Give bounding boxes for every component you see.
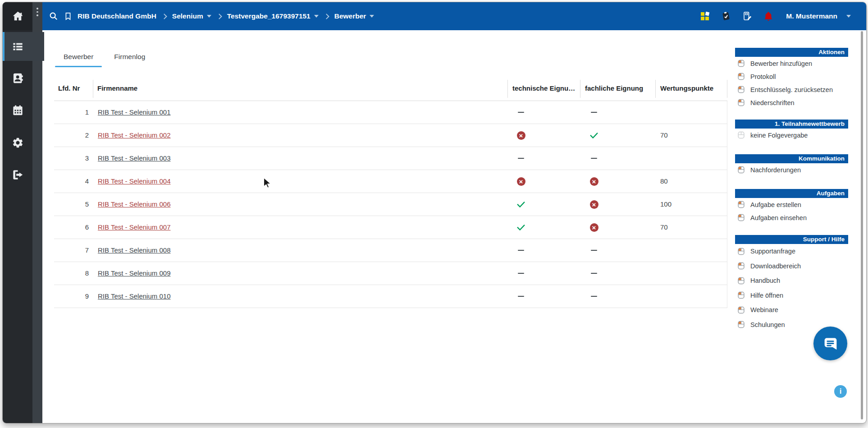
mouse-icon — [737, 214, 745, 221]
panel-section-teilnahmewettbewerb: 1. Teilnahmewettbewerb keine Folgevergab… — [735, 120, 848, 142]
table-row: 4 RIB Test - Selenium 004 × × 80 — [54, 170, 727, 193]
column-divider — [580, 80, 580, 98]
vertical-scrollbar[interactable] — [861, 31, 863, 419]
panel-section-kommunikation: Kommunikation Nachforderungen — [735, 154, 848, 176]
professional-eligibility-status: × — [585, 170, 603, 193]
action-nachforderungen[interactable]: Nachforderungen — [735, 163, 848, 176]
action-keine-folgevergabe: keine Folgevergabe — [735, 129, 848, 142]
action-hilfe-oeffnen[interactable]: Hilfe öffnen — [735, 288, 848, 303]
mouse-icon — [737, 248, 745, 255]
table-row: 5 RIB Test - Selenium 006 × × 100 — [54, 193, 727, 216]
company-link[interactable]: RIB Test - Selenium 007 — [98, 223, 170, 231]
row-number: 5 — [68, 200, 89, 208]
sidebar-item-calendar[interactable] — [3, 96, 42, 124]
chat-bubble-icon — [821, 334, 840, 353]
breadcrumb-item-project[interactable]: Selenium — [172, 12, 203, 20]
company-link[interactable]: RIB Test - Selenium 010 — [98, 292, 170, 300]
chevron-down-icon[interactable] — [846, 15, 851, 18]
document-edit-icon[interactable] — [742, 11, 753, 22]
app-grid-icon[interactable] — [699, 11, 710, 22]
panel-section-title: Aufgaben — [735, 189, 848, 198]
row-number: 9 — [68, 292, 89, 300]
professional-eligibility-status: × — [585, 216, 603, 239]
table-header: Lfd. Nr Firmenname technische Eignu… fac… — [54, 77, 727, 101]
action-protokoll[interactable]: Protokoll — [735, 70, 848, 83]
technical-eligibility-status: × — [512, 262, 530, 285]
chat-button[interactable] — [813, 327, 847, 360]
company-link[interactable]: RIB Test - Selenium 002 — [98, 131, 170, 139]
info-button[interactable]: i — [834, 385, 847, 398]
technical-eligibility-status: × — [512, 285, 530, 308]
col-header-fach[interactable]: fachliche Eignung — [585, 84, 643, 92]
company-link[interactable]: RIB Test - Selenium 004 — [98, 177, 170, 185]
technical-eligibility-status: × — [512, 124, 530, 147]
chevron-down-icon[interactable] — [314, 15, 319, 18]
technical-eligibility-status: × — [512, 170, 530, 193]
col-header-tech[interactable]: technische Eignu… — [512, 84, 575, 92]
company-link[interactable]: RIB Test - Selenium 001 — [98, 108, 170, 116]
mouse-icon — [737, 262, 745, 270]
breadcrumb-item-tender[interactable]: Testvergabe_1679397151 — [227, 12, 311, 20]
search-icon[interactable] — [49, 11, 59, 21]
action-aufgabe-erstellen[interactable]: Aufgabe erstellen — [735, 198, 848, 211]
clipboard-check-icon[interactable] — [721, 11, 731, 22]
bookmark-icon[interactable] — [64, 11, 73, 21]
professional-eligibility-status: × — [585, 262, 603, 285]
chevron-right-icon — [161, 14, 167, 19]
breadcrumb-item-page[interactable]: Bewerber — [334, 12, 366, 20]
panel-section-aktionen: Aktionen Bewerber hinzufügen Protokoll E… — [735, 48, 848, 109]
row-number: 2 — [68, 131, 89, 139]
contacts-icon — [12, 72, 24, 84]
mouse-icon — [737, 73, 745, 80]
col-header-nr[interactable]: Lfd. Nr — [58, 84, 80, 92]
action-handbuch[interactable]: Handbuch — [735, 273, 848, 288]
column-divider — [507, 80, 508, 98]
breadcrumb: RIB Deutschland GmbH Selenium Testvergab… — [49, 11, 374, 21]
sidebar-item-settings[interactable] — [3, 128, 42, 157]
user-menu[interactable]: M. Mustermann — [786, 12, 837, 20]
tab-bewerber[interactable]: Bewerber — [53, 47, 104, 67]
sidebar-item-home[interactable] — [3, 2, 42, 30]
table-row: 3 RIB Test - Selenium 003 × × — [54, 147, 727, 170]
action-webinare[interactable]: Webinare — [735, 303, 848, 318]
score-value: 70 — [660, 223, 668, 231]
company-link[interactable]: RIB Test - Selenium 006 — [98, 200, 170, 208]
row-number: 1 — [68, 108, 89, 116]
action-supportanfrage[interactable]: Supportanfrage — [735, 244, 848, 259]
professional-eligibility-status: × — [585, 239, 603, 262]
chevron-down-icon[interactable] — [207, 15, 211, 18]
calendar-icon — [12, 104, 24, 116]
breadcrumb-item-company[interactable]: RIB Deutschland GmbH — [78, 12, 156, 20]
action-bewerber-hinzufuegen[interactable]: Bewerber hinzufügen — [735, 57, 848, 70]
action-downloadbereich[interactable]: Downloadbereich — [735, 259, 848, 274]
table-row: 7 RIB Test - Selenium 008 × × — [54, 239, 727, 262]
mouse-icon — [737, 86, 745, 93]
technical-eligibility-status: × — [512, 216, 530, 239]
sidebar-item-contacts[interactable] — [3, 64, 42, 92]
score-value: 100 — [660, 200, 672, 208]
notification-bell-icon[interactable] — [763, 11, 774, 22]
column-divider — [93, 80, 93, 98]
sidebar-item-list[interactable] — [3, 32, 44, 61]
company-link[interactable]: RIB Test - Selenium 003 — [98, 154, 170, 162]
technical-eligibility-status: × — [512, 101, 530, 124]
action-entschluesselg-zuruecksetzen[interactable]: Entschlüsselg. zurücksetzen — [735, 83, 848, 96]
score-value: 70 — [660, 131, 668, 139]
company-link[interactable]: RIB Test - Selenium 009 — [98, 269, 170, 277]
chevron-right-icon — [324, 14, 329, 19]
col-header-name[interactable]: Firmenname — [97, 84, 137, 92]
chevron-down-icon[interactable] — [370, 15, 374, 18]
top-bar-actions: M. Mustermann — [699, 2, 851, 30]
professional-eligibility-status: × — [585, 193, 603, 216]
action-aufgaben-einsehen[interactable]: Aufgaben einsehen — [735, 211, 848, 224]
tab-firmenlog[interactable]: Firmenlog — [104, 47, 155, 67]
row-number: 7 — [68, 246, 89, 254]
table-row: 6 RIB Test - Selenium 007 × × 70 — [54, 216, 727, 239]
company-link[interactable]: RIB Test - Selenium 008 — [98, 246, 170, 254]
action-niederschriften[interactable]: Niederschriften — [735, 96, 848, 109]
panel-section-title: 1. Teilnahmewettbewerb — [735, 120, 848, 129]
col-header-points[interactable]: Wertungspunkte — [660, 84, 713, 92]
sidebar-item-logout[interactable] — [3, 160, 42, 189]
panel-section-title: Aktionen — [735, 48, 848, 57]
applicants-table: Lfd. Nr Firmenname technische Eignu… fac… — [54, 77, 727, 308]
